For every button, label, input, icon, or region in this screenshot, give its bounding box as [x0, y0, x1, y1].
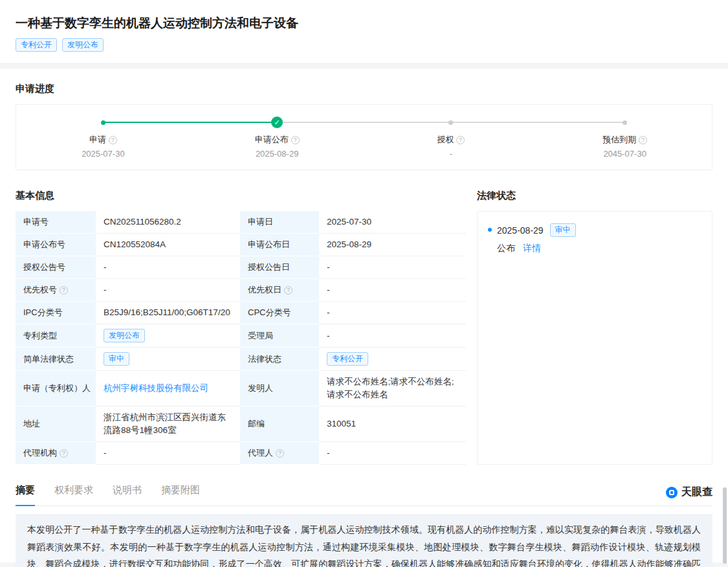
legal-status-section: 法律状态 2025-08-29 审中 公布 详情: [477, 190, 712, 465]
field-value: -: [319, 279, 466, 302]
progress-dot-wrap: ✓: [190, 117, 364, 128]
progress-section: 申请进度 申请?2025-07-30✓申请公布?2025-08-29授权?-预估…: [16, 83, 712, 170]
help-icon[interactable]: ?: [60, 286, 68, 295]
help-icon[interactable]: ?: [60, 449, 68, 458]
bullet-icon: [488, 228, 492, 232]
tianyancha-logo-icon: [666, 487, 678, 498]
page-title: 一种基于数字孪生的机器人运动控制方法和电子设备: [16, 16, 712, 31]
progress-steps: 申请?2025-07-30✓申请公布?2025-08-29授权?-预估到期?20…: [16, 117, 712, 159]
tab-abstract-figure[interactable]: 摘要附图: [161, 484, 200, 506]
help-icon[interactable]: ?: [284, 286, 292, 295]
field-label-text: IPC分类号: [23, 307, 63, 317]
help-icon[interactable]: ?: [291, 136, 300, 144]
field-label-text: CPC分类号: [248, 307, 291, 317]
field-label-text: 申请公布日: [248, 239, 290, 249]
field-label-text: 申请公布号: [23, 239, 65, 249]
detail-link[interactable]: 详情: [523, 243, 541, 253]
table-row: 优先权号?-优先权日?-: [16, 279, 466, 302]
field-label: 法律状态: [240, 348, 319, 371]
progress-step: 预估到期?2045-07-30: [538, 117, 712, 159]
basic-info-section: 基本信息 申请号CN202511056280.2申请日2025-07-30申请公…: [16, 190, 466, 465]
progress-step-label: 申请公布?: [190, 134, 364, 146]
field-value: 审中: [96, 348, 240, 371]
tab-claims[interactable]: 权利要求: [54, 484, 93, 506]
progress-step-date: -: [364, 149, 538, 159]
applicant-link[interactable]: 杭州宇树科技股份有限公司: [104, 383, 208, 393]
progress-step-date: 2045-07-30: [538, 149, 712, 159]
abstract-panel: 本发明公开了一种基于数字孪生的机器人运动控制方法和电子设备，属于机器人运动控制技…: [16, 514, 712, 567]
field-value: B25J9/16;B25J11/00;G06T17/20: [96, 302, 240, 324]
brand-logo[interactable]: 天眼查: [666, 485, 712, 506]
field-label-text: 地址: [23, 419, 40, 428]
progress-step-name: 申请: [89, 135, 106, 144]
title-tags: 专利公开发明公布: [16, 38, 712, 52]
info-columns: 基本信息 申请号CN202511056280.2申请日2025-07-30申请公…: [16, 190, 712, 465]
legal-status-date: 2025-08-29: [497, 225, 544, 236]
field-value: 杭州宇树科技股份有限公司: [96, 371, 240, 406]
tab-description[interactable]: 说明书: [113, 484, 142, 506]
basic-info-table-body: 申请号CN202511056280.2申请日2025-07-30申请公布号CN1…: [16, 211, 466, 465]
field-label: 授权公告号: [16, 256, 96, 279]
table-row: 简单法律状态审中法律状态专利公开: [16, 348, 466, 371]
field-value: -: [319, 324, 466, 348]
help-icon[interactable]: ?: [639, 136, 647, 144]
legal-status-tag: 审中: [550, 223, 576, 237]
table-row: 申请（专利权）人杭州宇树科技股份有限公司发明人请求不公布姓名;请求不公布姓名;请…: [16, 371, 466, 406]
field-label: 申请公布日: [240, 234, 319, 256]
status-tag: 审中: [104, 352, 129, 366]
field-label: CPC分类号: [240, 302, 319, 324]
field-label: 代理人?: [240, 442, 319, 465]
field-value: -: [96, 256, 240, 279]
field-label: 申请（专利权）人: [16, 371, 96, 406]
field-label-text: 优先权日: [248, 285, 281, 295]
tab-abstract[interactable]: 摘要: [16, 484, 35, 506]
field-label-text: 申请（专利权）人: [23, 383, 91, 393]
field-label: 邮编: [240, 406, 319, 442]
progress-step: ✓申请公布?2025-08-29: [190, 117, 364, 159]
progress-section-title: 申请进度: [16, 83, 712, 95]
table-row: 申请公布号CN120552084A申请公布日2025-08-29: [16, 234, 466, 256]
progress-dot-icon: [448, 120, 453, 125]
help-icon[interactable]: ?: [109, 136, 117, 144]
tabs-bar: 摘要权利要求说明书摘要附图 天眼查: [16, 484, 712, 506]
field-value: -: [319, 256, 466, 279]
progress-step-label: 申请?: [16, 134, 190, 146]
field-value: 浙江省杭州市滨江区西兴街道东流路88号1幢306室: [96, 406, 240, 442]
field-label-text: 申请号: [23, 217, 49, 227]
legal-status-action-line: 公布 详情: [497, 243, 701, 254]
table-row: 授权公告号-授权公告日-: [16, 256, 466, 279]
status-tag: 专利公开: [327, 352, 368, 366]
patent-type-tag: 专利公开: [16, 38, 57, 52]
field-value: -: [96, 442, 240, 465]
progress-step-name: 申请公布: [255, 135, 289, 144]
field-value: 专利公开: [319, 348, 466, 371]
help-icon[interactable]: ?: [456, 136, 465, 144]
basic-info-title: 基本信息: [16, 190, 466, 202]
field-label: 地址: [16, 406, 96, 442]
brand-name: 天眼查: [681, 485, 712, 499]
table-row: 地址浙江省杭州市滨江区西兴街道东流路88号1幢306室邮编310051: [16, 406, 466, 442]
progress-dot-wrap: [538, 117, 712, 128]
check-circle-icon: ✓: [271, 117, 283, 128]
progress-timeline: 申请?2025-07-30✓申请公布?2025-08-29授权?-预估到期?20…: [16, 104, 712, 170]
scrollbar-thumb[interactable]: [723, 487, 727, 564]
help-icon[interactable]: ?: [276, 449, 284, 458]
field-label-text: 代理人: [248, 448, 273, 458]
field-value: -: [319, 442, 466, 465]
field-label-text: 简单法律状态: [23, 354, 74, 364]
progress-step-date: 2025-07-30: [16, 149, 190, 159]
field-label: 授权公告日: [240, 256, 319, 279]
progress-step-name: 授权: [437, 135, 454, 144]
field-value: -: [319, 302, 466, 324]
main-card: 申请进度 申请?2025-07-30✓申请公布?2025-08-29授权?-预估…: [0, 69, 728, 562]
field-label-text: 法律状态: [248, 354, 281, 364]
basic-info-table: 申请号CN202511056280.2申请日2025-07-30申请公布号CN1…: [16, 211, 466, 465]
legal-status-item: 2025-08-29 审中 公布 详情: [488, 223, 701, 254]
field-value: 310051: [319, 406, 466, 442]
progress-step: 申请?2025-07-30: [16, 117, 190, 159]
field-label: 发明人: [240, 371, 319, 406]
field-label: 代理机构?: [16, 442, 96, 465]
field-value: 2025-07-30: [319, 211, 466, 234]
field-label-text: 代理机构: [23, 448, 57, 458]
field-label: 优先权号?: [16, 279, 96, 302]
